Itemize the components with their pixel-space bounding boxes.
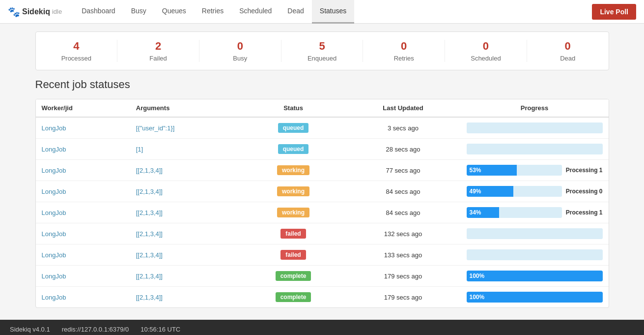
worker-link[interactable]: LongJob: [42, 146, 66, 153]
stat-dead-label: Dead: [527, 55, 609, 62]
worker-link[interactable]: LongJob: [42, 251, 66, 259]
progress-container: 100%: [467, 292, 603, 303]
stat-enqueued-value: 5: [281, 40, 363, 53]
footer-time: 10:56:16 UTC: [140, 326, 180, 333]
progress-bar-outer: [467, 249, 603, 260]
jobs-table-container: Worker/jid Arguments Status Last Updated…: [35, 99, 609, 308]
progress-container: 34%Processing 1: [467, 207, 603, 218]
worker-link[interactable]: LongJob: [42, 230, 66, 238]
worker-link[interactable]: LongJob: [42, 273, 66, 280]
worker-link[interactable]: LongJob: [42, 167, 66, 174]
live-poll-button[interactable]: Live Poll: [592, 4, 636, 20]
table-row: LongJob[[2,1,3,4]]working84 secs ago34%P…: [36, 202, 609, 223]
progress-extra-label: Processing 1: [562, 209, 603, 216]
nav-retries[interactable]: Retries: [194, 0, 231, 24]
worker-link[interactable]: LongJob: [42, 209, 66, 216]
cell-progress: [461, 244, 609, 266]
cell-status: complete: [241, 266, 346, 287]
table-row: LongJob[[2,1,3,4]]working84 secs ago49%P…: [36, 181, 609, 202]
nav-queues[interactable]: Queues: [154, 0, 194, 24]
progress-extra-label: Processing 1: [562, 167, 603, 174]
progress-bar-fill: 100%: [467, 292, 603, 303]
nav-scheduled[interactable]: Scheduled: [231, 0, 280, 24]
args-link[interactable]: [1]: [136, 146, 143, 153]
progress-bar-outer: [467, 144, 603, 154]
cell-progress: 34%Processing 1: [461, 202, 609, 223]
stats-bar: 4 Processed 2 Failed 0 Busy 5 Enqueued 0…: [35, 31, 609, 70]
stat-retries-value: 0: [363, 40, 445, 53]
stat-dead: 0 Dead: [527, 40, 609, 62]
progress-container: 100%: [467, 271, 603, 281]
progress-bar-outer: 100%: [467, 292, 603, 303]
stat-failed-label: Failed: [117, 55, 199, 62]
cell-updated: 84 secs ago: [345, 181, 460, 202]
args-link[interactable]: [{"user_id":1}]: [136, 124, 175, 132]
stat-processed-label: Processed: [36, 55, 117, 62]
cell-args: [{"user_id":1}]: [130, 117, 241, 139]
args-link[interactable]: [[2,1,3,4]]: [136, 230, 163, 238]
col-worker: Worker/jid: [36, 99, 130, 117]
progress-bar-outer: [467, 122, 603, 133]
cell-updated: 133 secs ago: [345, 244, 460, 266]
progress-bar-outer: 34%: [467, 207, 562, 218]
worker-link[interactable]: LongJob: [42, 294, 66, 301]
cell-status: failed: [241, 244, 346, 266]
progress-bar-outer: [467, 228, 603, 239]
status-badge: working: [277, 165, 309, 175]
cell-args: [[2,1,3,4]]: [130, 181, 241, 202]
stat-failed-value: 2: [117, 40, 199, 53]
cell-worker: LongJob: [36, 160, 130, 181]
stat-scheduled: 0 Scheduled: [445, 40, 527, 62]
sidekiq-icon: 🐾: [8, 6, 20, 18]
col-progress: Progress: [461, 99, 609, 117]
brand-name: Sidekiq: [22, 7, 50, 16]
cell-worker: LongJob: [36, 223, 130, 244]
args-link[interactable]: [[2,1,3,4]]: [136, 167, 163, 174]
stat-enqueued: 5 Enqueued: [281, 40, 364, 62]
table-row: LongJob[{"user_id":1}]queued3 secs ago: [36, 117, 609, 139]
table-row: LongJob[[2,1,3,4]]complete179 secs ago10…: [36, 266, 609, 287]
status-badge: queued: [278, 123, 309, 133]
progress-container: 53%Processing 1: [467, 165, 603, 176]
cell-args: [[2,1,3,4]]: [130, 244, 241, 266]
progress-bar-fill: 49%: [467, 186, 513, 197]
stat-failed: 2 Failed: [117, 40, 199, 62]
args-link[interactable]: [[2,1,3,4]]: [136, 273, 163, 280]
progress-bar-outer: 100%: [467, 271, 603, 281]
table-row: LongJob[[2,1,3,4]]failed132 secs ago: [36, 223, 609, 244]
progress-bar-fill: 34%: [467, 207, 499, 218]
col-updated: Last Updated: [345, 99, 460, 117]
cell-progress: 53%Processing 1: [461, 160, 609, 181]
cell-updated: 179 secs ago: [345, 287, 460, 308]
status-badge: complete: [276, 292, 311, 302]
cell-worker: LongJob: [36, 266, 130, 287]
args-link[interactable]: [[2,1,3,4]]: [136, 188, 163, 195]
table-row: LongJob[[2,1,3,4]]complete179 secs ago10…: [36, 287, 609, 308]
nav-busy[interactable]: Busy: [123, 0, 154, 24]
cell-args: [1]: [130, 139, 241, 160]
stat-processed: 4 Processed: [36, 40, 118, 62]
cell-updated: 3 secs ago: [345, 117, 460, 139]
cell-updated: 132 secs ago: [345, 223, 460, 244]
args-link[interactable]: [[2,1,3,4]]: [136, 294, 163, 301]
cell-updated: 179 secs ago: [345, 266, 460, 287]
progress-bar-fill: 100%: [467, 271, 603, 281]
worker-link[interactable]: LongJob: [42, 124, 66, 132]
cell-worker: LongJob: [36, 139, 130, 160]
cell-status: failed: [241, 223, 346, 244]
cell-worker: LongJob: [36, 244, 130, 266]
progress-bar-outer: 49%: [467, 186, 562, 197]
cell-updated: 77 secs ago: [345, 160, 460, 181]
brand-logo[interactable]: 🐾 Sidekiq idle: [8, 6, 62, 18]
navbar: 🐾 Sidekiq idle Dashboard Busy Queues Ret…: [0, 0, 644, 24]
nav-statuses[interactable]: Statuses: [312, 0, 354, 24]
cell-args: [[2,1,3,4]]: [130, 160, 241, 181]
worker-link[interactable]: LongJob: [42, 188, 66, 195]
nav-dead[interactable]: Dead: [280, 0, 311, 24]
stat-scheduled-label: Scheduled: [445, 55, 527, 62]
args-link[interactable]: [[2,1,3,4]]: [136, 251, 163, 259]
args-link[interactable]: [[2,1,3,4]]: [136, 209, 163, 216]
cell-progress: [461, 139, 609, 160]
stat-busy-label: Busy: [199, 55, 281, 62]
nav-dashboard[interactable]: Dashboard: [74, 0, 123, 24]
